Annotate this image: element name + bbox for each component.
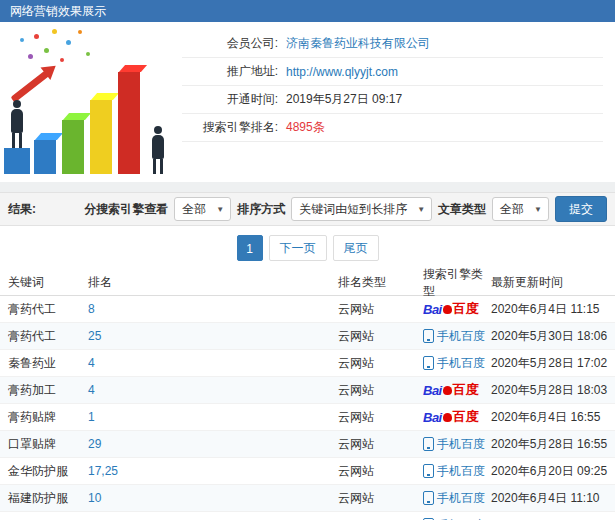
mobile-baidu-label: 手机百度 [437,490,485,507]
table-row: 膏药代工8云网站Bai百度2020年6月4日 11:15 [0,296,615,323]
update-time-cell: 2020年5月28日 16:55 [491,436,615,453]
keyword-cell: 福建防护服 [8,490,88,507]
rank-type-cell: 云网站 [338,490,423,507]
keyword-cell: 口罩贴牌 [8,436,88,453]
rank-link[interactable]: 17,25 [88,464,338,478]
open-time-label: 开通时间: [182,91,278,108]
info-row: 搜索引擎排名: 4895条 [182,114,603,142]
info-row: 推广地址: http://www.qlyyjt.com [182,58,603,86]
confetti-decoration [20,38,24,42]
baidu-logo: Bai百度 [423,381,491,399]
mobile-baidu-logo: 手机百度 [423,355,491,372]
member-company-label: 会员公司: [182,35,278,52]
confetti-decoration [78,30,82,34]
results-filter-bar: 结果: 分搜索引擎查看 全部 ▼ 排序方式 关键词由短到长排序 ▼ 文章类型 全… [0,192,615,226]
sort-filter-select[interactable]: 关键词由短到长排序 ▼ [291,197,432,221]
chevron-down-icon: ▼ [216,205,224,214]
rank-link[interactable]: 10 [88,491,338,505]
rank-link[interactable]: 29 [88,437,338,451]
promo-url-link[interactable]: http://www.qlyyjt.com [286,65,398,79]
open-time-value: 2019年5月27日 09:17 [286,91,402,108]
baidu-cn-text: 百度 [453,300,479,318]
time-column-header: 最新更新时间 [491,274,615,291]
article-type-filter-select[interactable]: 全部 ▼ [492,197,549,221]
confetti-decoration [60,58,64,62]
table-row: 膏药代工25云网站手机百度2020年5月30日 18:06 [0,323,615,350]
member-info-list: 会员公司: 济南秦鲁药业科技有限公司 推广地址: http://www.qlyy… [182,22,615,182]
update-time-cell: 2020年5月28日 18:03 [491,382,615,399]
mobile-phone-icon [423,329,434,343]
rank-link[interactable]: 1 [88,410,338,424]
promo-url-label: 推广地址: [182,63,278,80]
table-row: 口罩贴牌29云网站手机百度2020年5月28日 16:55 [0,431,615,458]
mobile-baidu-label: 手机百度 [437,517,485,520]
article-type-filter-label: 文章类型 [438,201,486,218]
confetti-decoration [44,48,49,53]
ranking-count-label: 搜索引擎排名: [182,119,278,136]
info-row: 开通时间: 2019年5月27日 09:17 [182,86,603,114]
mobile-baidu-logo: 手机百度 [423,436,491,453]
baidu-latin-text: Bai [423,410,442,425]
bar-chart-graphic [62,120,84,174]
keyword-cell: 膏药代工 [8,328,88,345]
pagination-next-button[interactable]: 下一页 [269,235,327,261]
bar-chart-graphic [118,72,140,174]
mobile-baidu-label: 手机百度 [437,355,485,372]
rank-type-cell: 云网站 [338,463,423,480]
marketing-illustration [0,22,182,182]
page-title: 网络营销效果展示 [10,4,106,18]
mobile-phone-icon [423,464,434,478]
rank-type-column-header: 排名类型 [338,274,423,291]
rank-type-cell: 云网站 [338,301,423,318]
baidu-paw-icon [443,305,452,314]
rank-type-cell: 云网站 [338,328,423,345]
keyword-column-header: 关键词 [8,274,88,291]
rank-link[interactable]: 4 [88,356,338,370]
table-row: 金华防护服17,25云网站手机百度2020年6月20日 09:25 [0,458,615,485]
pagination-last-button[interactable]: 尾页 [333,235,379,261]
mobile-baidu-label: 手机百度 [437,436,485,453]
rank-type-cell: 云网站 [338,436,423,453]
ranking-count-value: 4895条 [286,119,325,136]
table-row: 膏药加工4云网站Bai百度2020年5月28日 18:03 [0,377,615,404]
update-time-cell: 2020年5月28日 17:02 [491,355,615,372]
chevron-down-icon: ▼ [534,205,542,214]
engine-filter-select[interactable]: 全部 ▼ [174,197,231,221]
baidu-logo: Bai百度 [423,300,491,318]
mobile-baidu-logo: 手机百度 [423,328,491,345]
confetti-decoration [34,34,39,39]
rank-link[interactable]: 4 [88,383,338,397]
keyword-cell: 膏药代工 [8,301,88,318]
rank-link[interactable]: 25 [88,329,338,343]
pagination-current-page[interactable]: 1 [237,235,263,261]
window-titlebar: 网络营销效果展示 [0,0,615,22]
engine-filter-label: 分搜索引擎查看 [84,201,168,218]
table-row: 手机百度 [0,512,615,520]
baidu-paw-icon [443,413,452,422]
sort-filter-value: 关键词由短到长排序 [299,201,407,218]
pagination: 1 下一页 尾页 [0,226,615,270]
update-time-cell: 2020年5月30日 18:06 [491,328,615,345]
submit-button[interactable]: 提交 [555,196,607,222]
baidu-latin-text: Bai [423,302,442,317]
mobile-baidu-logo: 手机百度 [423,490,491,507]
bar-chart-graphic [34,140,56,174]
keyword-cell: 金华防护服 [8,463,88,480]
results-section-label: 结果: [8,201,36,218]
member-company-link[interactable]: 济南秦鲁药业科技有限公司 [286,35,430,52]
baidu-cn-text: 百度 [453,408,479,426]
rank-type-cell: 云网站 [338,382,423,399]
rank-column-header: 排名 [88,274,338,291]
engine-column-header: 搜索引擎类型 [423,266,491,300]
baidu-latin-text: Bai [423,383,442,398]
update-time-cell: 2020年6月4日 11:10 [491,490,615,507]
filter-controls: 分搜索引擎查看 全部 ▼ 排序方式 关键词由短到长排序 ▼ 文章类型 全部 ▼ … [84,196,607,222]
confetti-decoration [66,40,71,45]
rank-type-cell: 云网站 [338,409,423,426]
businessman-figure [150,126,166,174]
table-row: 膏药贴牌1云网站Bai百度2020年6月4日 16:55 [0,404,615,431]
table-body: 膏药代工8云网站Bai百度2020年6月4日 11:15膏药代工25云网站手机百… [0,296,615,520]
rank-link[interactable]: 8 [88,302,338,316]
table-header: 关键词 排名 排名类型 搜索引擎类型 最新更新时间 [0,270,615,296]
keyword-cell: 秦鲁药业 [8,355,88,372]
